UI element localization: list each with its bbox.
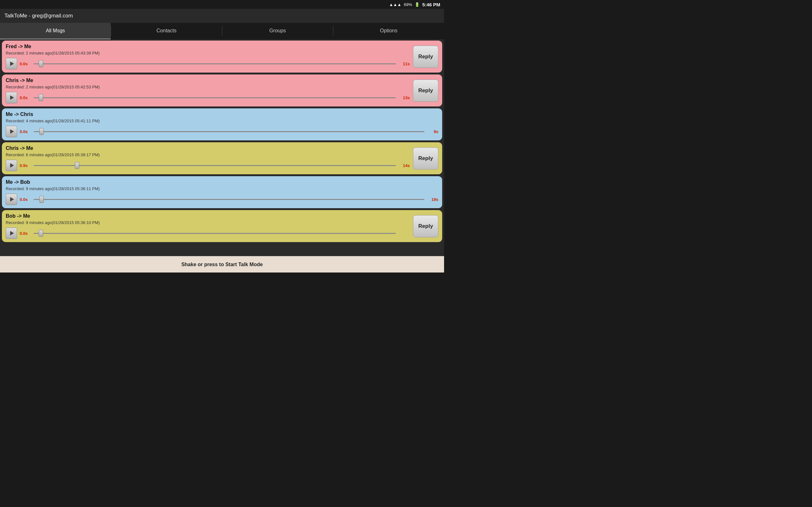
- time-start-msg4: 0.9s: [20, 163, 31, 168]
- msg-info-msg4: Chris -> MeRecorded: 6 minutes ago(01/28…: [6, 146, 410, 171]
- player-row-msg3: 0.0s9s: [6, 126, 438, 137]
- message-card-msg3: Me -> ChrisRecorded: 4 minutes ago(01/28…: [2, 108, 442, 140]
- play-button-msg4[interactable]: [6, 160, 17, 171]
- msg-title-msg5: Me -> Bob: [6, 179, 438, 185]
- messages-list: Fred -> MeRecorded: 2 minutes ago(01/28/…: [0, 39, 444, 256]
- msg-title-msg3: Me -> Chris: [6, 112, 438, 117]
- slider-msg3[interactable]: [34, 129, 424, 134]
- player-row-msg6: 0.0s: [6, 228, 410, 239]
- msg-title-msg2: Chris -> Me: [6, 78, 410, 83]
- time-start-msg5: 0.0s: [20, 197, 31, 202]
- msg-info-msg3: Me -> ChrisRecorded: 4 minutes ago(01/28…: [6, 112, 438, 137]
- msg-info-msg6: Bob -> MeRecorded: 9 minutes ago(01/28/2…: [6, 213, 410, 239]
- reply-button-msg4[interactable]: Reply: [413, 147, 438, 170]
- time-end-msg2: 13s: [398, 95, 410, 100]
- status-bar: ▲▲▲ 69% 🔋 5:46 PM: [0, 0, 444, 9]
- slider-msg6[interactable]: [34, 231, 396, 235]
- slider-msg4[interactable]: [34, 163, 396, 168]
- slider-thumb-msg3[interactable]: [39, 128, 44, 135]
- slider-track-msg6: [34, 233, 396, 234]
- time-start-msg1: 0.0s: [20, 61, 31, 66]
- play-button-msg3[interactable]: [6, 126, 17, 137]
- time-start-msg6: 0.0s: [20, 231, 31, 236]
- tab-contacts[interactable]: Contacts: [111, 23, 222, 39]
- player-row-msg4: 0.9s14s: [6, 160, 410, 171]
- slider-thumb-msg6[interactable]: [39, 230, 43, 237]
- play-button-msg6[interactable]: [6, 228, 17, 239]
- msg-title-msg1: Fred -> Me: [6, 44, 410, 49]
- player-row-msg2: 0.0s13s: [6, 92, 410, 103]
- battery-level: 69%: [404, 2, 412, 7]
- slider-thumb-msg4[interactable]: [75, 162, 79, 169]
- title-bar: TalkToMe - greg@gmail.com: [0, 9, 444, 23]
- msg-info-msg2: Chris -> MeRecorded: 2 minutes ago(01/28…: [6, 78, 410, 103]
- slider-thumb-msg1[interactable]: [39, 60, 43, 67]
- msg-recorded-msg5: Recorded: 9 minutes ago(01/28/2015 05:36…: [6, 186, 438, 191]
- slider-msg1[interactable]: [34, 61, 396, 66]
- reply-button-msg1[interactable]: Reply: [413, 46, 438, 68]
- slider-track-msg3: [34, 131, 424, 132]
- tab-options[interactable]: Options: [334, 23, 444, 39]
- battery-icon: 🔋: [415, 2, 420, 7]
- time-end-msg1: 11s: [398, 61, 410, 66]
- message-card-msg4: Chris -> MeRecorded: 6 minutes ago(01/28…: [2, 142, 442, 174]
- time-end-msg4: 14s: [398, 163, 410, 168]
- bottom-bar[interactable]: Shake or press to Start Talk Mode: [0, 256, 444, 273]
- msg-info-msg1: Fred -> MeRecorded: 2 minutes ago(01/28/…: [6, 44, 410, 69]
- time-start-msg2: 0.0s: [20, 95, 31, 100]
- player-row-msg5: 0.0s19s: [6, 193, 438, 205]
- msg-recorded-msg6: Recorded: 9 minutes ago(01/28/2015 05:36…: [6, 220, 410, 225]
- msg-recorded-msg4: Recorded: 6 minutes ago(01/28/2015 05:39…: [6, 153, 410, 157]
- tab-bar[interactable]: All Msgs Contacts Groups Options: [0, 23, 444, 39]
- slider-msg2[interactable]: [34, 95, 396, 100]
- msg-title-msg4: Chris -> Me: [6, 146, 410, 151]
- talk-mode-label: Shake or press to Start Talk Mode: [182, 262, 263, 268]
- msg-info-msg5: Me -> BobRecorded: 9 minutes ago(01/28/2…: [6, 179, 438, 205]
- player-row-msg1: 0.0s11s: [6, 58, 410, 69]
- wifi-icon: ▲▲▲: [389, 2, 402, 7]
- slider-track-msg5: [34, 199, 424, 200]
- tab-groups[interactable]: Groups: [222, 23, 333, 39]
- slider-thumb-msg5[interactable]: [39, 196, 44, 203]
- tab-all-msgs[interactable]: All Msgs: [0, 23, 111, 39]
- msg-recorded-msg3: Recorded: 4 minutes ago(01/28/2015 05:41…: [6, 118, 438, 123]
- play-button-msg2[interactable]: [6, 92, 17, 103]
- status-time: 5:46 PM: [422, 2, 440, 7]
- msg-title-msg6: Bob -> Me: [6, 213, 410, 219]
- play-button-msg5[interactable]: [6, 193, 17, 205]
- play-button-msg1[interactable]: [6, 58, 17, 69]
- msg-recorded-msg1: Recorded: 2 minutes ago(01/28/2015 05:43…: [6, 51, 410, 55]
- slider-track-msg1: [34, 63, 396, 64]
- slider-track-msg2: [34, 97, 396, 98]
- reply-button-msg6[interactable]: Reply: [413, 215, 438, 237]
- slider-thumb-msg2[interactable]: [39, 94, 43, 101]
- time-start-msg3: 0.0s: [20, 129, 31, 134]
- time-end-msg5: 19s: [427, 197, 438, 202]
- message-card-msg6: Bob -> MeRecorded: 9 minutes ago(01/28/2…: [2, 210, 442, 242]
- slider-msg5[interactable]: [34, 197, 424, 202]
- message-card-msg1: Fred -> MeRecorded: 2 minutes ago(01/28/…: [2, 41, 442, 72]
- reply-button-msg2[interactable]: Reply: [413, 79, 438, 102]
- time-end-msg3: 9s: [427, 129, 438, 134]
- message-card-msg5: Me -> BobRecorded: 9 minutes ago(01/28/2…: [2, 176, 442, 208]
- message-card-msg2: Chris -> MeRecorded: 2 minutes ago(01/28…: [2, 74, 442, 107]
- slider-track-msg4: [34, 165, 396, 166]
- app-title: TalkToMe - greg@gmail.com: [4, 13, 73, 19]
- msg-recorded-msg2: Recorded: 2 minutes ago(01/28/2015 05:42…: [6, 84, 410, 89]
